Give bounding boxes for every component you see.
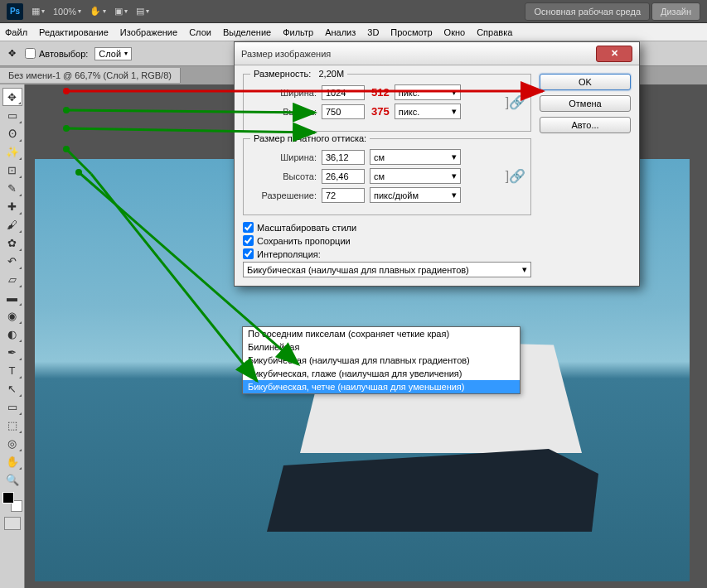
menu-bar: Файл Редактирование Изображение Слои Выд… [0,23,707,41]
3d-camera-tool[interactable]: ◎ [2,434,22,452]
close-icon: ✕ [611,48,618,59]
auto-select-checkbox[interactable]: Автовыбор: [25,48,88,59]
dodge-tool[interactable]: ◐ [2,325,22,343]
height-unit-select[interactable]: пикс.▾ [395,104,461,119]
menu-analysis[interactable]: Анализ [325,27,356,37]
ps-logo: Ps [7,3,23,20]
hand-icon[interactable]: ✋▾ [90,6,106,17]
menu-help[interactable]: Справка [477,27,512,37]
crop-tool[interactable]: ⊡ [2,161,22,179]
resolution-unit[interactable]: пикс/дюйм▾ [370,187,461,203]
color-swatches[interactable] [2,492,22,512]
constrain-label: Сохранить пропорции [257,236,351,246]
dialog-title: Размер изображения [241,49,331,59]
brush-tool[interactable]: 🖌 [2,215,22,234]
menu-file[interactable]: Файл [5,27,27,37]
interp-option-bicubic-smoother[interactable]: Бикубическая, глаже (наилучшая для увели… [243,367,520,380]
dimensions-label: Размерность: [254,69,311,79]
clone-stamp-tool[interactable]: ✿ [2,234,22,252]
print-width-unit[interactable]: см▾ [370,149,461,165]
menu-edit[interactable]: Редактирование [39,27,109,37]
link-icon[interactable]: ]🔗 [509,94,522,110]
app-top-bar: Ps ▦▾ 100%▾ ✋▾ ▣▾ ▤▾ Основная рабочая ср… [0,0,707,23]
print-size-group: Размер печатного оттиска: Ширина: см▾ Вы… [243,138,531,215]
menu-view[interactable]: Просмотр [390,27,432,37]
type-tool[interactable]: T [2,361,22,379]
arrange-docs-icon[interactable]: ▤▾ [136,6,149,17]
scale-styles-label: Масштабировать стили [257,223,356,233]
interp-option-bicubic-sharper[interactable]: Бикубическая, четче (наилучшая для умень… [243,380,520,393]
path-selection-tool[interactable]: ↖ [2,379,22,398]
auto-select-dropdown[interactable]: Слой▾ [94,47,132,60]
pen-tool[interactable]: ✒ [2,343,22,361]
height-label: Высота: [252,107,317,117]
cancel-button[interactable]: Отмена [540,95,631,112]
pixel-dimensions-group: Размерность: 2,20M Ширина: 512 пикс.▾ Вы… [243,74,531,132]
width-annotation: 512 [371,86,390,99]
image-size-dialog: Размер изображения ✕ Размерность: 2,20M … [234,41,640,287]
quick-mask-toggle[interactable] [4,517,21,530]
print-height-input[interactable] [322,169,365,184]
dialog-titlebar[interactable]: Размер изображения ✕ [235,42,639,65]
ok-button[interactable]: OK [540,74,631,90]
menu-window[interactable]: Окно [444,27,466,37]
blur-tool[interactable]: ◉ [2,306,22,325]
lasso-tool[interactable]: ʘ [2,124,22,142]
print-width-label: Ширина: [252,152,317,162]
move-tool[interactable]: ✥ [2,88,22,106]
height-annotation: 375 [371,105,390,118]
interp-option-bilinear[interactable]: Билинейная [243,340,520,354]
scale-styles-checkbox[interactable] [243,222,254,233]
auto-select-label: Автовыбор: [39,49,88,59]
resolution-label: Разрешение: [252,190,317,200]
marquee-tool[interactable]: ▭ [2,106,22,124]
width-input[interactable] [322,85,365,100]
eraser-tool[interactable]: ▱ [2,270,22,288]
print-link-icon[interactable]: ]🔗 [509,168,522,184]
width-unit-select[interactable]: пикс.▾ [395,84,461,100]
auto-select-check[interactable] [25,48,36,59]
print-height-label: Высота: [252,171,317,181]
zoom-tool[interactable]: 🔍 [2,470,22,489]
view-extras-icon[interactable]: ▣▾ [114,6,128,17]
magic-wand-tool[interactable]: ✨ [2,142,22,161]
history-brush-tool[interactable]: ↶ [2,252,22,270]
menu-layer[interactable]: Слои [189,27,211,37]
print-height-unit[interactable]: см▾ [370,168,461,184]
interpolation-checkbox[interactable] [243,248,254,259]
workspace-main-button[interactable]: Основная рабочая среда [525,2,650,21]
menu-image[interactable]: Изображение [120,27,177,37]
print-width-input[interactable] [322,150,365,165]
foreground-color[interactable] [2,492,14,504]
zoom-level[interactable]: 100%▾ [53,7,81,17]
workspace-design-button[interactable]: Дизайн [651,2,700,21]
menu-3d[interactable]: 3D [367,27,379,37]
constrain-checkbox[interactable] [243,235,254,246]
healing-brush-tool[interactable]: ✚ [2,197,22,215]
interpolation-dropdown-list: По соседним пикселам (сохраняет четкие к… [242,326,521,394]
interpolation-select[interactable]: Бикубическая (наилучшая для плавных град… [243,262,531,277]
gradient-tool[interactable]: ▬ [2,288,22,306]
close-button[interactable]: ✕ [596,46,632,62]
menu-select[interactable]: Выделение [223,27,271,37]
height-input[interactable] [322,104,365,119]
hand-tool[interactable]: ✋ [2,452,22,470]
dimensions-value: 2,20M [319,69,345,79]
resolution-input[interactable] [322,188,365,203]
interp-option-bicubic[interactable]: Бикубическая (наилучшая для плавных град… [243,354,520,367]
bridge-icon[interactable]: ▦▾ [31,6,45,17]
shape-tool[interactable]: ▭ [2,398,22,416]
tools-panel: ✥ ▭ ʘ ✨ ⊡ ✎ ✚ 🖌 ✿ ↶ ▱ ▬ ◉ ◐ ✒ T ↖ ▭ ⬚ ◎ … [0,84,25,588]
3d-tool[interactable]: ⬚ [2,416,22,434]
interp-option-nearest[interactable]: По соседним пикселам (сохраняет четкие к… [243,327,520,340]
auto-button[interactable]: Авто... [540,117,631,133]
menu-filter[interactable]: Фильтр [283,27,313,37]
document-tab[interactable]: Без имени-1 @ 66,7% (Слой 1, RGB/8) [0,68,181,83]
print-size-legend: Размер печатного оттиска: [250,133,370,143]
move-tool-icon: ✥ [5,47,18,60]
interpolation-label: Интерполяция: [257,249,321,259]
width-label: Ширина: [252,88,317,98]
eyedropper-tool[interactable]: ✎ [2,179,22,197]
